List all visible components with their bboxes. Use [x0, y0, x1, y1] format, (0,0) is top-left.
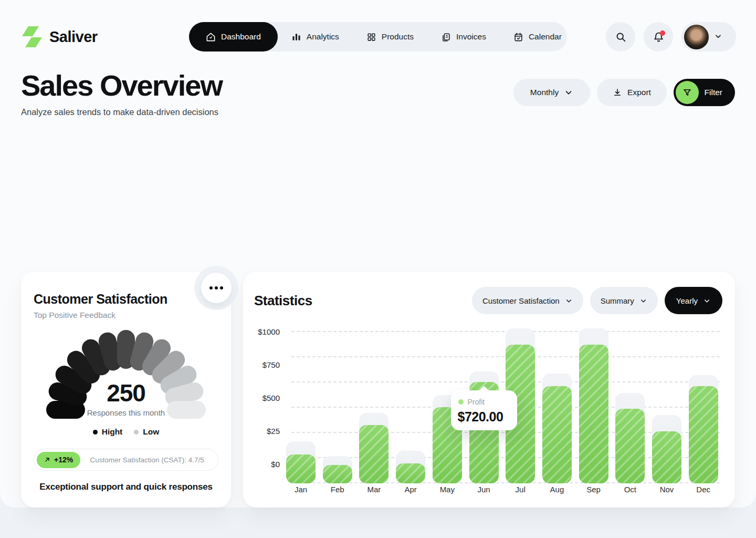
- chevron-down-icon: [714, 32, 722, 40]
- profile-menu[interactable]: [681, 22, 736, 51]
- gauge-value: 250: [45, 379, 207, 407]
- user-avatar: [684, 25, 709, 49]
- notification-badge-dot: [660, 30, 665, 36]
- nav-item-products[interactable]: Products: [353, 22, 427, 51]
- csat-badge: +12% Customer Satisfaction (CSAT): 4.7/5: [34, 449, 218, 471]
- search-icon: [615, 32, 626, 43]
- nav-item-analytics[interactable]: Analytics: [278, 22, 353, 51]
- delta-value: +12%: [54, 456, 73, 464]
- export-label: Export: [627, 88, 651, 97]
- bar-chart-icon: [291, 32, 301, 42]
- x-axis-label: Dec: [685, 485, 722, 494]
- main-nav: Dashboard Analytics Products Invoices Ca…: [189, 22, 567, 51]
- chart-tooltip: Profit $720.00: [451, 390, 517, 430]
- filter-icon-circle: [676, 81, 699, 104]
- home-icon: [206, 32, 216, 42]
- nav-label: Invoices: [456, 32, 486, 42]
- more-options-button[interactable]: [201, 273, 232, 303]
- page-title: Sales Overview: [21, 68, 222, 102]
- bar-oct[interactable]: [615, 409, 645, 483]
- funnel-icon: [682, 88, 692, 97]
- filter-label: Filter: [705, 88, 722, 97]
- bar-feb[interactable]: [323, 465, 352, 483]
- saliver-logo-icon: [21, 26, 43, 47]
- brand: Saliver: [21, 26, 98, 47]
- bar-jan[interactable]: [286, 454, 316, 483]
- ellipsis-icon: [209, 286, 213, 289]
- satisfaction-gauge: 250 Responses this month: [45, 328, 207, 422]
- y-axis-tick: $500: [243, 393, 280, 404]
- export-button[interactable]: Export: [597, 79, 667, 106]
- nav-label: Products: [382, 32, 414, 42]
- tooltip-series-label: Profit: [468, 398, 485, 406]
- chevron-down-icon: [564, 88, 573, 97]
- csat-score-text: Customer Satisfaction (CSAT): 4.7/5: [80, 456, 218, 464]
- y-axis-tick: $0: [243, 459, 280, 470]
- legend-item-low: Low: [134, 427, 159, 437]
- legend-item-high: Hight: [93, 427, 123, 437]
- bar-sep[interactable]: [579, 345, 608, 483]
- bar-nov[interactable]: [652, 431, 681, 483]
- customer-satisfaction-card: Customer Satisfaction Top Positive Feedb…: [21, 272, 231, 508]
- profit-bar-chart: $1000$750$500$25$0JanFebMarAprMayJunJulA…: [243, 272, 735, 508]
- y-axis-tick: $1000: [243, 327, 280, 337]
- x-axis-label: Aug: [539, 485, 575, 494]
- legend-dot-low: [134, 430, 139, 434]
- satisfaction-subtitle: Top Positive Feedback: [34, 311, 116, 320]
- legend-label: Low: [143, 427, 159, 437]
- nav-label: Dashboard: [221, 32, 261, 42]
- grid-icon: [366, 32, 376, 42]
- x-axis-label: Apr: [392, 485, 429, 494]
- period-dropdown[interactable]: Monthly: [513, 79, 590, 106]
- x-axis-label: Sep: [575, 485, 612, 494]
- satisfaction-title: Customer Satisfaction: [34, 292, 167, 307]
- calendar-icon: [513, 32, 523, 42]
- legend-dot-high: [93, 430, 98, 434]
- bar-aug[interactable]: [542, 386, 572, 483]
- statistics-card: Statistics Customer Satisfaction Summary…: [243, 272, 735, 508]
- download-icon: [613, 88, 622, 97]
- y-axis-tick: $750: [243, 360, 280, 370]
- period-label: Monthly: [530, 88, 559, 97]
- legend-label: Hight: [102, 427, 123, 437]
- delta-pill: +12%: [37, 452, 80, 468]
- nav-item-dashboard[interactable]: Dashboard: [189, 22, 278, 51]
- nav-label: Calendar: [529, 32, 562, 42]
- tooltip-series-dot: [458, 399, 464, 405]
- x-axis-label: Oct: [612, 485, 648, 494]
- x-axis-label: Feb: [319, 485, 356, 494]
- x-axis-label: May: [429, 485, 466, 494]
- invoice-icon: [441, 32, 451, 42]
- x-axis-label: Nov: [648, 485, 685, 494]
- bar-dec[interactable]: [689, 386, 718, 483]
- y-axis-tick: $25: [243, 426, 280, 437]
- x-axis-label: Jan: [282, 485, 319, 494]
- nav-item-calendar[interactable]: Calendar: [500, 22, 575, 51]
- gauge-caption: Responses this month: [45, 408, 207, 417]
- satisfaction-footer-text: Exceptional support and quick responses: [21, 482, 231, 492]
- page-subtitle: Analyze sales trends to make data-driven…: [21, 107, 218, 117]
- nav-item-invoices[interactable]: Invoices: [427, 22, 500, 51]
- brand-name: Saliver: [49, 28, 98, 46]
- chart-gridline: [291, 331, 720, 332]
- x-axis-label: Jun: [466, 485, 502, 494]
- arrow-up-right-icon: [44, 457, 50, 463]
- bar-apr[interactable]: [396, 463, 425, 483]
- gauge-legend: Hight Low: [21, 427, 231, 437]
- notifications-button[interactable]: [644, 22, 673, 51]
- x-axis-label: Mar: [355, 485, 392, 494]
- x-axis-label: Jul: [502, 485, 539, 494]
- filter-button[interactable]: Filter: [674, 79, 735, 106]
- bar-mar[interactable]: [359, 425, 388, 483]
- tooltip-value: $720.00: [451, 406, 517, 425]
- nav-label: Analytics: [307, 32, 339, 42]
- sales-dashboard-page: Saliver Dashboard Analytics Products Inv…: [0, 0, 756, 538]
- search-button[interactable]: [606, 22, 635, 51]
